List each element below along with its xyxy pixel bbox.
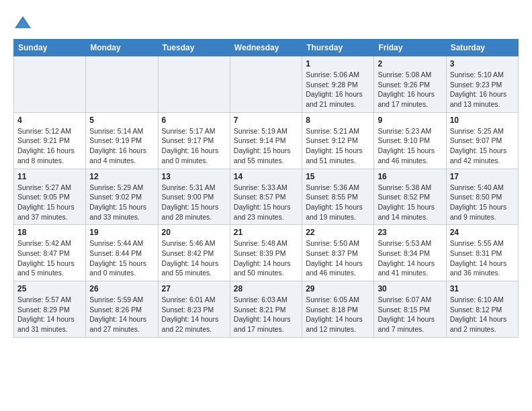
day-info: Sunrise: 5:31 AM Sunset: 9:00 PM Dayligh… — [162, 183, 226, 222]
calendar-cell: 1Sunrise: 5:06 AM Sunset: 9:28 PM Daylig… — [302, 56, 374, 113]
calendar-cell: 26Sunrise: 5:59 AM Sunset: 8:26 PM Dayli… — [86, 281, 158, 338]
day-info: Sunrise: 5:08 AM Sunset: 9:26 PM Dayligh… — [378, 70, 442, 109]
day-info: Sunrise: 5:42 AM Sunset: 8:47 PM Dayligh… — [17, 238, 82, 278]
day-info: Sunrise: 5:48 AM Sunset: 8:39 PM Dayligh… — [234, 238, 298, 278]
day-number: 9 — [378, 116, 442, 125]
day-info: Sunrise: 6:03 AM Sunset: 8:21 PM Dayligh… — [234, 295, 298, 334]
logo-icon — [13, 13, 32, 32]
day-number: 7 — [234, 116, 298, 125]
day-info: Sunrise: 5:36 AM Sunset: 8:55 PM Dayligh… — [306, 183, 370, 222]
calendar-week-row: 18Sunrise: 5:42 AM Sunset: 8:47 PM Dayli… — [14, 225, 519, 281]
day-info: Sunrise: 5:46 AM Sunset: 8:42 PM Dayligh… — [162, 238, 226, 278]
calendar-cell: 22Sunrise: 5:50 AM Sunset: 8:37 PM Dayli… — [302, 225, 374, 281]
calendar-cell: 5Sunrise: 5:14 AM Sunset: 9:19 PM Daylig… — [86, 112, 158, 169]
calendar-cell: 21Sunrise: 5:48 AM Sunset: 8:39 PM Dayli… — [230, 225, 302, 281]
calendar-cell: 29Sunrise: 6:05 AM Sunset: 8:18 PM Dayli… — [302, 281, 374, 338]
calendar-header-tuesday: Tuesday — [158, 40, 230, 56]
day-info: Sunrise: 5:10 AM Sunset: 9:23 PM Dayligh… — [450, 70, 515, 109]
day-number: 4 — [17, 116, 82, 125]
day-number: 24 — [450, 228, 515, 237]
calendar-cell: 7Sunrise: 5:19 AM Sunset: 9:14 PM Daylig… — [230, 112, 302, 169]
calendar-cell: 10Sunrise: 5:25 AM Sunset: 9:07 PM Dayli… — [446, 112, 518, 169]
day-number: 21 — [234, 228, 298, 237]
day-info: Sunrise: 5:14 AM Sunset: 9:19 PM Dayligh… — [89, 126, 154, 166]
calendar-cell: 25Sunrise: 5:57 AM Sunset: 8:29 PM Dayli… — [14, 281, 86, 338]
day-number: 18 — [17, 228, 82, 237]
calendar-cell: 11Sunrise: 5:27 AM Sunset: 9:05 PM Dayli… — [14, 169, 86, 225]
day-info: Sunrise: 5:29 AM Sunset: 9:02 PM Dayligh… — [89, 183, 154, 222]
calendar-cell — [86, 56, 158, 113]
calendar-week-row: 11Sunrise: 5:27 AM Sunset: 9:05 PM Dayli… — [14, 169, 519, 225]
calendar-cell — [14, 56, 86, 113]
page-header — [13, 11, 519, 32]
day-number: 29 — [306, 284, 370, 293]
day-number: 22 — [306, 228, 370, 237]
calendar-cell: 24Sunrise: 5:55 AM Sunset: 8:31 PM Dayli… — [446, 225, 518, 281]
day-info: Sunrise: 6:05 AM Sunset: 8:18 PM Dayligh… — [306, 295, 370, 334]
day-number: 27 — [162, 284, 226, 293]
day-number: 10 — [450, 116, 515, 125]
day-info: Sunrise: 5:25 AM Sunset: 9:07 PM Dayligh… — [450, 126, 515, 166]
day-info: Sunrise: 5:57 AM Sunset: 8:29 PM Dayligh… — [17, 295, 82, 334]
calendar-cell: 28Sunrise: 6:03 AM Sunset: 8:21 PM Dayli… — [230, 281, 302, 338]
calendar-cell: 4Sunrise: 5:12 AM Sunset: 9:21 PM Daylig… — [14, 112, 86, 169]
day-info: Sunrise: 6:10 AM Sunset: 8:12 PM Dayligh… — [450, 295, 515, 334]
day-info: Sunrise: 6:07 AM Sunset: 8:15 PM Dayligh… — [378, 295, 442, 334]
calendar-cell: 13Sunrise: 5:31 AM Sunset: 9:00 PM Dayli… — [158, 169, 230, 225]
day-info: Sunrise: 6:01 AM Sunset: 8:23 PM Dayligh… — [162, 295, 226, 334]
day-number: 26 — [89, 284, 154, 293]
day-info: Sunrise: 5:59 AM Sunset: 8:26 PM Dayligh… — [89, 295, 154, 334]
day-number: 8 — [306, 116, 370, 125]
day-number: 25 — [17, 284, 82, 293]
calendar-cell: 20Sunrise: 5:46 AM Sunset: 8:42 PM Dayli… — [158, 225, 230, 281]
calendar-cell: 9Sunrise: 5:23 AM Sunset: 9:10 PM Daylig… — [374, 112, 446, 169]
calendar-cell: 17Sunrise: 5:40 AM Sunset: 8:50 PM Dayli… — [446, 169, 518, 225]
calendar-header-monday: Monday — [86, 40, 158, 56]
calendar-cell: 12Sunrise: 5:29 AM Sunset: 9:02 PM Dayli… — [86, 169, 158, 225]
calendar-week-row: 1Sunrise: 5:06 AM Sunset: 9:28 PM Daylig… — [14, 56, 519, 113]
calendar-header-sunday: Sunday — [14, 40, 86, 56]
calendar-header-friday: Friday — [374, 40, 446, 56]
logo — [13, 13, 35, 32]
day-number: 28 — [234, 284, 298, 293]
day-number: 17 — [450, 172, 515, 181]
calendar-cell: 6Sunrise: 5:17 AM Sunset: 9:17 PM Daylig… — [158, 112, 230, 169]
day-info: Sunrise: 5:38 AM Sunset: 8:52 PM Dayligh… — [378, 183, 442, 222]
day-number: 2 — [378, 59, 442, 68]
calendar-header-saturday: Saturday — [446, 40, 518, 56]
calendar-cell — [158, 56, 230, 113]
day-info: Sunrise: 5:44 AM Sunset: 8:44 PM Dayligh… — [89, 238, 154, 278]
calendar-cell: 16Sunrise: 5:38 AM Sunset: 8:52 PM Dayli… — [374, 169, 446, 225]
day-number: 1 — [306, 59, 370, 68]
day-info: Sunrise: 5:12 AM Sunset: 9:21 PM Dayligh… — [17, 126, 82, 166]
day-number: 13 — [162, 172, 226, 181]
day-number: 19 — [89, 228, 154, 237]
calendar-cell: 14Sunrise: 5:33 AM Sunset: 8:57 PM Dayli… — [230, 169, 302, 225]
day-info: Sunrise: 5:27 AM Sunset: 9:05 PM Dayligh… — [17, 183, 82, 222]
calendar-week-row: 4Sunrise: 5:12 AM Sunset: 9:21 PM Daylig… — [14, 112, 519, 169]
day-info: Sunrise: 5:06 AM Sunset: 9:28 PM Dayligh… — [306, 70, 370, 109]
day-number: 15 — [306, 172, 370, 181]
calendar-week-row: 25Sunrise: 5:57 AM Sunset: 8:29 PM Dayli… — [14, 281, 519, 338]
day-info: Sunrise: 5:40 AM Sunset: 8:50 PM Dayligh… — [450, 183, 515, 222]
calendar-cell: 30Sunrise: 6:07 AM Sunset: 8:15 PM Dayli… — [374, 281, 446, 338]
calendar-cell: 18Sunrise: 5:42 AM Sunset: 8:47 PM Dayli… — [14, 225, 86, 281]
day-info: Sunrise: 5:55 AM Sunset: 8:31 PM Dayligh… — [450, 238, 515, 278]
calendar-cell: 15Sunrise: 5:36 AM Sunset: 8:55 PM Dayli… — [302, 169, 374, 225]
day-number: 5 — [89, 116, 154, 125]
day-number: 12 — [89, 172, 154, 181]
calendar-cell: 8Sunrise: 5:21 AM Sunset: 9:12 PM Daylig… — [302, 112, 374, 169]
day-number: 3 — [450, 59, 515, 68]
calendar-cell: 27Sunrise: 6:01 AM Sunset: 8:23 PM Dayli… — [158, 281, 230, 338]
day-info: Sunrise: 5:50 AM Sunset: 8:37 PM Dayligh… — [306, 238, 370, 278]
calendar-cell: 3Sunrise: 5:10 AM Sunset: 9:23 PM Daylig… — [446, 56, 518, 113]
calendar-cell: 19Sunrise: 5:44 AM Sunset: 8:44 PM Dayli… — [86, 225, 158, 281]
day-number: 16 — [378, 172, 442, 181]
day-info: Sunrise: 5:53 AM Sunset: 8:34 PM Dayligh… — [378, 238, 442, 278]
day-number: 20 — [162, 228, 226, 237]
day-info: Sunrise: 5:23 AM Sunset: 9:10 PM Dayligh… — [378, 126, 442, 166]
calendar-table: SundayMondayTuesdayWednesdayThursdayFrid… — [13, 39, 519, 338]
calendar-cell: 31Sunrise: 6:10 AM Sunset: 8:12 PM Dayli… — [446, 281, 518, 338]
day-number: 31 — [450, 284, 515, 293]
calendar-cell: 2Sunrise: 5:08 AM Sunset: 9:26 PM Daylig… — [374, 56, 446, 113]
